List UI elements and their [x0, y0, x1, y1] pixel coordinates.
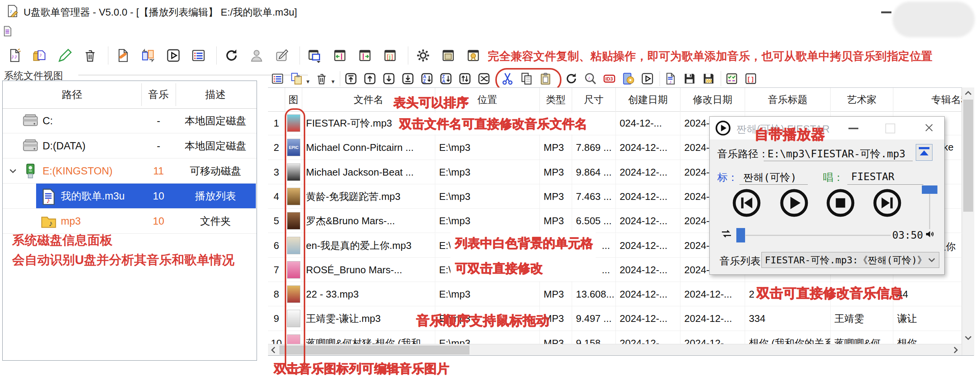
column-header-type[interactable]: 类型: [540, 88, 572, 111]
window-layout-button[interactable]: [306, 47, 323, 64]
cell-art[interactable]: [285, 282, 302, 306]
cell-file[interactable]: 王靖雯-谦让.mp3: [302, 306, 435, 331]
tree-row-c-[interactable]: C:-本地固定磁盘: [3, 108, 256, 134]
cell-loc[interactable]: E:\mp3: [435, 282, 540, 306]
cell-loc[interactable]: E:\mp3: [435, 135, 540, 160]
id3-tag-button[interactable]: ID3: [602, 71, 617, 86]
rename-doc-button[interactable]: [115, 47, 132, 64]
move-top-button[interactable]: [343, 71, 358, 86]
cell-art[interactable]: [285, 185, 302, 208]
brackets-button[interactable]: [ ]: [743, 71, 758, 86]
grid-check-button[interactable]: [724, 71, 739, 86]
tree-row-mp3[interactable]: ♪mp310文件夹: [3, 208, 256, 234]
cell-created[interactable]: 2024-12-...: [616, 185, 681, 208]
cell-size[interactable]: 7.869 ...: [572, 135, 616, 160]
player-artist-value[interactable]: FIESTAR: [851, 171, 894, 183]
column-header-title[interactable]: 音乐标题: [745, 88, 830, 111]
cell-type[interactable]: MP3: [540, 160, 572, 185]
cell-file[interactable]: Michael Jackson-Beat ...: [302, 160, 435, 185]
cell-type[interactable]: MP3: [540, 208, 572, 233]
column-header-modified[interactable]: 修改日期: [681, 88, 745, 111]
cell-size[interactable]: 9.497 ...: [572, 306, 616, 331]
cell-num[interactable]: 3: [268, 160, 285, 185]
horizontal-scrollbar[interactable]: [268, 344, 962, 355]
reverse-order-button[interactable]: [457, 71, 473, 86]
cell-created[interactable]: 2024-12-...: [616, 233, 681, 258]
load-file-button[interactable]: [916, 144, 932, 161]
delete-trash-button[interactable]: [314, 71, 329, 86]
column-header-created[interactable]: 创建日期: [616, 88, 681, 111]
cell-file[interactable]: 罗杰&Bruno Mars-...: [302, 208, 435, 233]
window-split-right-button[interactable]: [356, 47, 374, 64]
cell-art[interactable]: [285, 233, 302, 258]
cell-file[interactable]: 黄龄-免我蹉跎苦.mp3: [302, 185, 435, 208]
window-split-left-button[interactable]: [331, 47, 348, 64]
paste-combo-button[interactable]: [289, 71, 304, 86]
cell-size[interactable]: 13.608...: [572, 282, 616, 306]
progress-thumb[interactable]: [736, 228, 745, 242]
refresh-button[interactable]: [223, 47, 240, 64]
tree-row-d-data-[interactable]: D:(DATA)-本地固定磁盘: [3, 134, 256, 159]
cell-num[interactable]: 4: [268, 185, 285, 208]
search-music-button[interactable]: ♪: [583, 71, 598, 86]
previous-track-button[interactable]: [732, 188, 761, 218]
album-art-icon[interactable]: [287, 310, 300, 327]
cell-art[interactable]: EPIC: [285, 135, 302, 160]
cell-num[interactable]: 5: [268, 208, 285, 233]
cell-file[interactable]: ROSÉ_Bruno Mars-...: [302, 258, 435, 282]
column-header-artist[interactable]: 艺术家: [830, 88, 893, 111]
shuffle-button[interactable]: [476, 71, 492, 86]
album-art-icon[interactable]: [287, 115, 300, 132]
album-art-icon[interactable]: [287, 188, 300, 205]
tree-row--m3u[interactable]: ♪我的歌单.m3u10播放列表: [3, 184, 256, 208]
play-button[interactable]: [779, 188, 809, 218]
cell-created[interactable]: 2024-12-...: [616, 282, 681, 306]
move-bottom-button[interactable]: [400, 71, 415, 86]
cell-created[interactable]: 2024-12-...: [616, 208, 681, 233]
cell-art[interactable]: [285, 258, 302, 282]
cell-art[interactable]: [285, 160, 302, 185]
cell-created[interactable]: 2024-12-...: [616, 258, 681, 282]
cell-art[interactable]: [285, 306, 302, 331]
sort-za-button[interactable]: ZA: [438, 71, 453, 86]
cell-created[interactable]: 2024-12-...: [616, 135, 681, 160]
cell-modified[interactable]: 2024-12-...: [681, 306, 745, 331]
delete-trash-button[interactable]: [81, 47, 99, 64]
album-art-icon[interactable]: [287, 285, 300, 303]
cell-created[interactable]: 2024-12-...: [616, 306, 681, 331]
cell-num[interactable]: 7: [268, 258, 285, 282]
vertical-scrollbar[interactable]: [962, 87, 974, 355]
cell-loc[interactable]: E:\mp3: [435, 208, 540, 233]
cell-loc[interactable]: E:\mp3: [435, 160, 540, 185]
cell-art[interactable]: [285, 111, 302, 135]
tree-column-header[interactable]: 描述: [176, 81, 255, 108]
cell-album[interactable]: 谦让: [893, 306, 962, 331]
cell-created[interactable]: 024-12-...: [616, 111, 681, 135]
log-view-button[interactable]: [439, 47, 457, 64]
paste-button[interactable]: [538, 71, 553, 86]
cell-num[interactable]: 8: [268, 282, 285, 306]
player-title-bar[interactable]: 짠해(可怜) FIESTAR: [710, 117, 944, 140]
vertical-scroll-thumb[interactable]: [963, 100, 973, 212]
new-playlist-button[interactable]: ♪♪: [6, 47, 24, 64]
column-header-num[interactable]: [268, 88, 285, 111]
scroll-down-icon[interactable]: [962, 332, 974, 344]
list-edit-button[interactable]: [270, 71, 285, 86]
copy-button[interactable]: [519, 71, 534, 86]
edit-form-button[interactable]: [273, 47, 290, 64]
list-view-button[interactable]: [190, 47, 207, 64]
about-badge-button[interactable]: [465, 47, 482, 64]
scroll-right-icon[interactable]: [950, 344, 962, 356]
tree-column-header[interactable]: 路径: [3, 81, 142, 108]
window-code-button[interactable]: [j]: [381, 47, 399, 64]
cell-file[interactable]: 22 - 33.mp3: [302, 282, 435, 306]
cell-type[interactable]: MP3: [540, 135, 572, 160]
volume-track[interactable]: [929, 192, 930, 229]
cut-button[interactable]: [500, 71, 515, 86]
cell-file[interactable]: en-我是真的爱上你.mp3: [302, 233, 435, 258]
player-maximize-icon[interactable]: [885, 124, 895, 134]
minimize-button[interactable]: [881, 11, 891, 13]
table-row-9[interactable]: 9王靖雯-谦让.mp3E:\mp3MP39.497 ...2024-12-...…: [268, 306, 962, 331]
album-art-icon[interactable]: [287, 261, 300, 278]
dropdown-arrow-icon[interactable]: ▾: [331, 78, 334, 85]
